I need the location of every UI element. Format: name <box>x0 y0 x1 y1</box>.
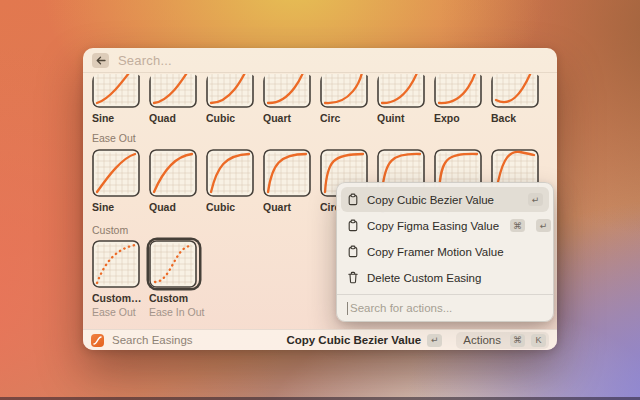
easing-card-label: Sine <box>92 201 142 213</box>
easing-thumbnail <box>206 74 256 108</box>
primary-action-label: Copy Cubic Bezier Value <box>286 334 421 346</box>
search-header: Search... <box>83 48 557 73</box>
easing-card-ease-in-quint[interactable]: Quint <box>377 74 427 124</box>
easing-thumbnail <box>377 74 427 108</box>
footer-bar: Search Easings Copy Cubic Bezier Value ↵… <box>83 329 557 350</box>
easing-card-sublabel: Ease Out <box>92 306 142 318</box>
clipboard-icon <box>347 245 359 258</box>
easings-app-icon <box>91 334 104 347</box>
easing-card-label: Quart <box>263 201 313 213</box>
easing-thumbnail <box>149 149 199 197</box>
return-key-icon: ↵ <box>536 219 551 232</box>
back-arrow-icon <box>96 56 106 65</box>
easing-card-label: Quart <box>263 112 313 124</box>
menu-item-copy-cubic-bezier-value[interactable]: Copy Cubic Bezier Value↵ <box>341 187 549 212</box>
easing-card-label: Cubic <box>206 112 256 124</box>
easing-thumbnail <box>263 149 313 197</box>
easing-card-ease-out-sine[interactable]: Sine <box>92 149 142 213</box>
actions-search-input[interactable]: Search for actions... <box>337 294 553 321</box>
easing-card-ease-in-quart[interactable]: Quart <box>263 74 313 124</box>
trash-icon <box>347 271 359 284</box>
easing-card-ease-in-cubic[interactable]: Cubic <box>206 74 256 124</box>
easing-card-label: Cubic <box>206 201 256 213</box>
easing-card-custom-custom[interactable]: CustomEase In Out <box>149 240 199 318</box>
command-key-icon: ⌘ <box>510 334 525 347</box>
easing-thumbnail <box>92 74 142 108</box>
section-header-custom: Custom <box>92 224 128 236</box>
menu-item-delete-custom-easing[interactable]: Delete Custom Easing <box>341 265 549 290</box>
section-header-ease-out: Ease Out <box>92 132 136 144</box>
easing-thumbnail <box>263 74 313 108</box>
easing-card-ease-in-sine[interactable]: Sine <box>92 74 142 124</box>
easing-card-custom-custom-eas-[interactable]: Custom Eas…Ease Out <box>92 240 142 318</box>
return-key-icon: ↵ <box>528 193 543 206</box>
menu-item-label: Copy Framer Motion Value <box>367 246 543 258</box>
easing-thumbnail <box>149 74 199 108</box>
easing-card-ease-in-expo[interactable]: Expo <box>434 74 484 124</box>
easing-card-label: Quint <box>377 112 427 124</box>
easing-card-label: Sine <box>92 112 142 124</box>
launcher-window: Search... Sine Quad Cubic Quart Circ Qui… <box>83 48 557 350</box>
easing-card-ease-in-back[interactable]: Back <box>491 74 541 124</box>
easing-card-label: Quad <box>149 201 199 213</box>
menu-item-copy-figma-easing-value[interactable]: Copy Figma Easing Value⌘↵ <box>341 213 549 238</box>
easing-card-label: Custom Eas… <box>92 292 142 304</box>
back-button[interactable] <box>92 53 109 68</box>
easing-card-sublabel: Ease In Out <box>149 306 199 318</box>
easing-card-label: Quad <box>149 112 199 124</box>
easing-card-label: Expo <box>434 112 484 124</box>
easing-card-label: Back <box>491 112 541 124</box>
easing-thumbnail <box>491 74 541 108</box>
search-input[interactable]: Search... <box>118 53 172 68</box>
menu-item-label: Copy Cubic Bezier Value <box>367 194 517 206</box>
easing-thumbnail <box>320 74 370 108</box>
menu-item-copy-framer-motion-value[interactable]: Copy Framer Motion Value <box>341 239 549 264</box>
easing-thumbnail <box>149 240 199 288</box>
menu-item-label: Delete Custom Easing <box>367 272 543 284</box>
k-key-icon: K <box>531 334 546 347</box>
command-key-icon: ⌘ <box>510 219 525 232</box>
easing-card-ease-out-quart[interactable]: Quart <box>263 149 313 213</box>
text-cursor <box>347 302 348 315</box>
footer-app-name: Search Easings <box>112 334 278 346</box>
easing-card-ease-in-circ[interactable]: Circ <box>320 74 370 124</box>
easing-thumbnail <box>92 240 142 288</box>
actions-menu: Copy Cubic Bezier Value↵ Copy Figma Easi… <box>336 182 554 322</box>
clipboard-icon <box>347 193 359 206</box>
easing-card-ease-in-quad[interactable]: Quad <box>149 74 199 124</box>
actions-button[interactable]: Actions ⌘ K <box>456 332 549 349</box>
actions-button-label: Actions <box>463 334 501 346</box>
clipboard-icon <box>347 219 359 232</box>
easing-card-ease-out-cubic[interactable]: Cubic <box>206 149 256 213</box>
easing-card-label: Custom <box>149 292 199 304</box>
easing-card-ease-out-quad[interactable]: Quad <box>149 149 199 213</box>
easing-thumbnail <box>434 74 484 108</box>
actions-search-placeholder: Search for actions... <box>350 302 452 314</box>
easing-card-label: Circ <box>320 112 370 124</box>
easing-thumbnail <box>206 149 256 197</box>
menu-item-label: Copy Figma Easing Value <box>367 220 499 232</box>
actions-menu-items: Copy Cubic Bezier Value↵ Copy Figma Easi… <box>337 183 553 294</box>
easing-thumbnail <box>92 149 142 197</box>
return-key-icon: ↵ <box>427 334 442 347</box>
primary-action-button[interactable]: Copy Cubic Bezier Value ↵ <box>286 334 442 347</box>
